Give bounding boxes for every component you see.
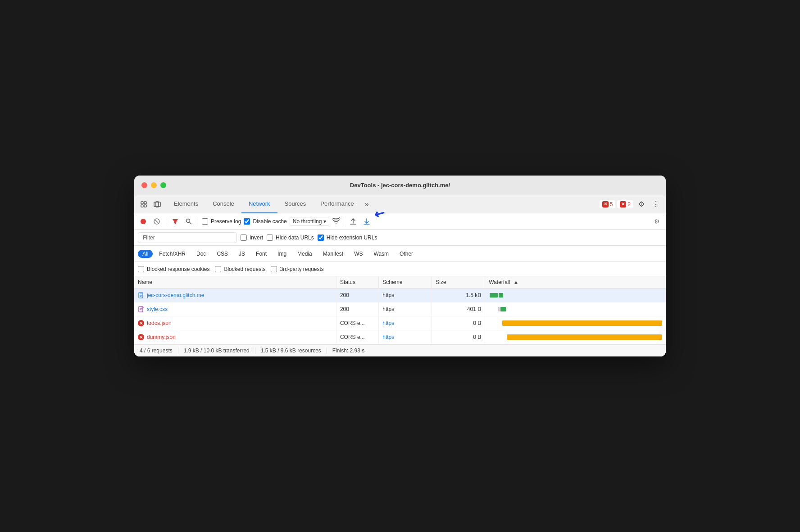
record-button[interactable] bbox=[138, 216, 149, 227]
doc-icon bbox=[138, 292, 144, 298]
invert-checkbox[interactable] bbox=[241, 234, 247, 241]
filter-input[interactable] bbox=[138, 232, 237, 243]
row1-waterfall bbox=[485, 289, 666, 302]
svg-line-8 bbox=[155, 220, 158, 223]
preserve-log-label[interactable]: Preserve log bbox=[202, 218, 241, 225]
hide-extension-urls-checkbox[interactable] bbox=[318, 234, 324, 241]
error-badge-2[interactable]: ✕ 2 bbox=[617, 200, 633, 208]
preserve-log-checkbox[interactable] bbox=[202, 218, 208, 225]
blocked-cookies-checkbox[interactable] bbox=[138, 266, 144, 272]
clear-button[interactable] bbox=[151, 216, 162, 227]
row4-name: dummy.json bbox=[147, 334, 176, 340]
wifi-settings-icon[interactable] bbox=[332, 217, 340, 225]
type-filter-font[interactable]: Font bbox=[251, 250, 271, 258]
invert-label[interactable]: Invert bbox=[241, 234, 263, 241]
resources-size: 1.5 kB / 9.6 kB resources bbox=[255, 347, 327, 354]
type-filter-wasm[interactable]: Wasm bbox=[369, 250, 394, 258]
blocked-requests-label[interactable]: Blocked requests bbox=[215, 266, 265, 272]
error-icon-1: ✕ bbox=[602, 201, 609, 207]
svg-rect-5 bbox=[156, 202, 159, 207]
type-filter-media[interactable]: Media bbox=[293, 250, 317, 258]
row1-scheme: https bbox=[379, 289, 432, 302]
col-header-status[interactable]: Status bbox=[336, 276, 378, 289]
upload-button[interactable] bbox=[348, 216, 359, 227]
title-bar: DevTools - jec-cors-demo.glitch.me/ bbox=[134, 176, 666, 195]
svg-line-11 bbox=[190, 222, 192, 224]
row4-waterfall bbox=[485, 330, 666, 344]
settings-gear-button[interactable]: ⚙ bbox=[635, 198, 648, 211]
more-options-button[interactable]: ⋮ bbox=[650, 198, 662, 211]
type-filter-img[interactable]: Img bbox=[273, 250, 291, 258]
chevron-down-icon: ▾ bbox=[323, 218, 326, 225]
type-filter-ws[interactable]: WS bbox=[350, 250, 367, 258]
minimize-button[interactable] bbox=[151, 182, 157, 188]
table-row[interactable]: ✕ todos.json CORS e... https 0 B bbox=[134, 316, 666, 330]
svg-point-10 bbox=[186, 219, 190, 222]
close-button[interactable] bbox=[141, 182, 147, 188]
row1-size: 1.5 kB bbox=[432, 289, 485, 302]
download-button[interactable] bbox=[361, 216, 372, 227]
throttle-select[interactable]: No throttling ▾ bbox=[290, 217, 330, 226]
table-header: Name Status Scheme Size Waterfall bbox=[134, 276, 666, 289]
tabs: Elements Console Network Sources Perform… bbox=[167, 195, 600, 213]
hide-data-urls-checkbox[interactable] bbox=[267, 234, 273, 241]
col-header-scheme[interactable]: Scheme bbox=[379, 276, 432, 289]
error-icon-row4: ✕ bbox=[138, 334, 144, 340]
network-settings-button[interactable]: ⚙ bbox=[651, 216, 662, 227]
type-filter-manifest[interactable]: Manifest bbox=[318, 250, 348, 258]
type-filter-js[interactable]: JS bbox=[234, 250, 250, 258]
table-row[interactable]: ✕ dummy.json CORS e... https 0 B bbox=[134, 330, 666, 344]
disable-cache-label[interactable]: Disable cache bbox=[244, 218, 286, 225]
row3-scheme: https bbox=[379, 316, 432, 330]
row2-size: 401 B bbox=[432, 302, 485, 316]
tab-elements[interactable]: Elements bbox=[167, 195, 205, 213]
hide-data-urls-label[interactable]: Hide data URLs bbox=[267, 234, 314, 241]
col-header-size[interactable]: Size bbox=[432, 276, 485, 289]
tab-network[interactable]: Network bbox=[241, 195, 277, 213]
col-header-waterfall[interactable]: Waterfall ▲ bbox=[485, 276, 666, 289]
row4-status: CORS e... bbox=[336, 330, 378, 344]
blocked-bar: Blocked response cookies Blocked request… bbox=[134, 262, 666, 276]
third-party-requests-checkbox[interactable] bbox=[271, 266, 277, 272]
filter-icon[interactable] bbox=[170, 216, 181, 227]
svg-rect-2 bbox=[144, 202, 146, 204]
tab-overflow[interactable]: » bbox=[361, 195, 373, 213]
type-filter-doc[interactable]: Doc bbox=[192, 250, 210, 258]
blocked-cookies-label[interactable]: Blocked response cookies bbox=[138, 266, 209, 272]
maximize-button[interactable] bbox=[160, 182, 166, 188]
table-row[interactable]: style.css 200 https 401 B bbox=[134, 302, 666, 316]
type-filter-other[interactable]: Other bbox=[395, 250, 418, 258]
tab-sources[interactable]: Sources bbox=[277, 195, 314, 213]
type-filter-all[interactable]: All bbox=[138, 250, 153, 258]
row3-size: 0 B bbox=[432, 316, 485, 330]
download-button-wrapper: ↙ bbox=[361, 216, 372, 227]
disable-cache-checkbox[interactable] bbox=[244, 218, 250, 225]
hide-extension-urls-label[interactable]: Hide extension URLs bbox=[318, 234, 377, 241]
inspector-icon[interactable] bbox=[138, 198, 150, 210]
type-filter-fetch-xhr[interactable]: Fetch/XHR bbox=[155, 250, 190, 258]
row4-name-cell: ✕ dummy.json bbox=[134, 330, 336, 344]
device-icon[interactable] bbox=[151, 198, 163, 210]
sort-arrow: ▲ bbox=[514, 279, 519, 285]
row1-name-cell: jec-cors-demo.glitch.me bbox=[134, 289, 336, 302]
table-row[interactable]: jec-cors-demo.glitch.me 200 https 1.5 kB bbox=[134, 289, 666, 302]
network-table: Name Status Scheme Size Waterfall bbox=[134, 276, 666, 344]
blocked-requests-checkbox[interactable] bbox=[215, 266, 221, 272]
row3-status: CORS e... bbox=[336, 316, 378, 330]
tab-actions: ✕ 5 ✕ 2 ⚙ ⋮ bbox=[600, 198, 662, 211]
third-party-requests-label[interactable]: 3rd-party requests bbox=[271, 266, 323, 272]
tab-icons bbox=[138, 198, 163, 210]
svg-rect-1 bbox=[141, 205, 143, 207]
col-header-name[interactable]: Name bbox=[134, 276, 336, 289]
type-filter-css[interactable]: CSS bbox=[212, 250, 232, 258]
toolbar-divider-1 bbox=[166, 217, 166, 226]
filter-bar: Invert Hide data URLs Hide extension URL… bbox=[134, 230, 666, 246]
network-table-container: Name Status Scheme Size Waterfall bbox=[134, 276, 666, 344]
tab-performance[interactable]: Performance bbox=[313, 195, 361, 213]
search-button[interactable] bbox=[183, 216, 194, 227]
css-icon bbox=[138, 306, 144, 312]
tab-console[interactable]: Console bbox=[205, 195, 241, 213]
status-bar: 4 / 6 requests 1.9 kB / 10.0 kB transfer… bbox=[134, 344, 666, 356]
svg-rect-3 bbox=[144, 205, 146, 207]
error-badge-1[interactable]: ✕ 5 bbox=[600, 200, 616, 208]
